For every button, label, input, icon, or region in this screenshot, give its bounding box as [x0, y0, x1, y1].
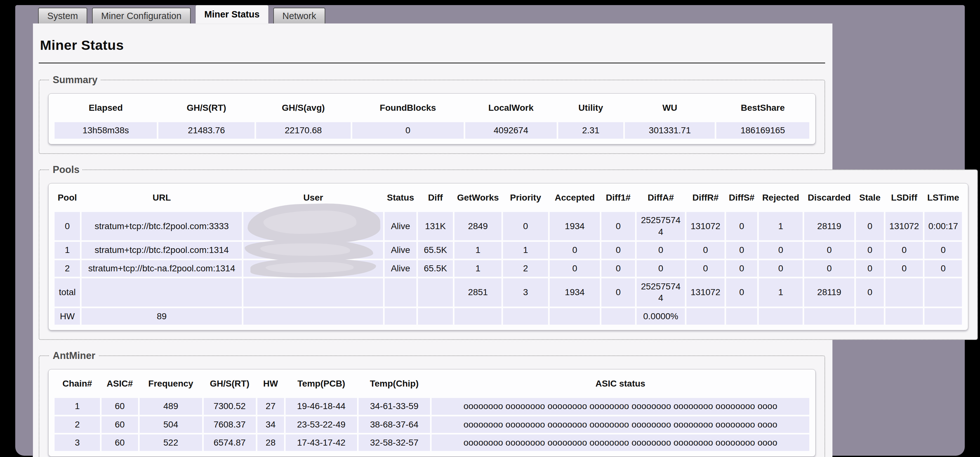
- pools-table-container: PoolURLUserStatusDiffGetWorksPriorityAcc…: [48, 183, 968, 330]
- tab-label: Miner Configuration: [101, 11, 181, 21]
- table-cell: 131072: [686, 278, 724, 307]
- table-cell: 0: [726, 260, 757, 277]
- table-cell: 0: [804, 260, 854, 277]
- column-header: URL: [81, 188, 242, 210]
- table-cell: [759, 308, 803, 325]
- table-cell: 65.5K: [418, 260, 453, 277]
- table-cell: 28119: [804, 278, 854, 307]
- table-cell: 34: [258, 416, 284, 433]
- column-header: GH/S(avg): [256, 98, 351, 121]
- table-cell: [243, 212, 383, 240]
- tab-system[interactable]: System: [38, 8, 87, 24]
- summary-table-container: ElapsedGH/S(RT)GH/S(avg)FoundBlocksLocal…: [48, 93, 816, 144]
- tab-bar: System Miner Configuration Miner Status …: [38, 5, 325, 24]
- table-cell: [885, 278, 923, 307]
- table-cell: [924, 308, 962, 325]
- table-cell: 0: [885, 260, 923, 277]
- table-cell: [726, 308, 757, 325]
- table-cell: 21483.76: [158, 122, 255, 139]
- table-row: 3605226574.872817-43-17-4232-58-32-57ooo…: [54, 435, 809, 451]
- column-header: ASIC#: [102, 374, 138, 396]
- table-cell: 131072: [885, 212, 923, 240]
- table-cell: [418, 278, 453, 307]
- summary-section: Summary ElapsedGH/S(RT)GH/S(avg)FoundBlo…: [39, 74, 825, 154]
- table-cell: 131072: [686, 212, 724, 240]
- table-cell: 60: [102, 398, 138, 414]
- tab-miner-configuration[interactable]: Miner Configuration: [92, 8, 191, 24]
- table-cell: 0: [54, 212, 80, 240]
- table-cell: 0: [550, 260, 600, 277]
- antminer-legend: AntMiner: [49, 350, 99, 361]
- column-header: Utility: [558, 98, 623, 121]
- table-cell: 0: [601, 278, 635, 307]
- table-cell: 0: [924, 242, 962, 258]
- table-row: HW890.0000%: [54, 308, 962, 325]
- summary-table: ElapsedGH/S(RT)GH/S(avg)FoundBlocksLocal…: [53, 96, 811, 140]
- column-header: GetWorks: [455, 188, 501, 210]
- table-cell: 38-68-37-64: [359, 416, 430, 433]
- tab-label: Miner Status: [204, 9, 259, 20]
- table-cell: 0: [726, 278, 757, 307]
- table-row: 1604897300.522719-46-18-4434-61-33-59ooo…: [54, 398, 809, 414]
- tab-network[interactable]: Network: [273, 8, 325, 24]
- table-cell: 0: [352, 122, 464, 139]
- table-cell: 504: [140, 416, 202, 433]
- table-cell: Alive: [385, 212, 416, 240]
- table-cell: stratum+tcp://btc.f2pool.com:1314: [81, 242, 242, 258]
- summary-table-body: 13h58m38s21483.7622170.68040926742.31301…: [54, 122, 809, 139]
- table-cell: 1: [455, 242, 501, 258]
- table-cell: [924, 278, 962, 307]
- table-cell: oooooooo oooooooo oooooooo oooooooo oooo…: [432, 398, 809, 414]
- table-cell: total: [54, 278, 80, 307]
- page-title: Miner Status: [40, 37, 832, 53]
- table-cell: 19-46-18-44: [286, 398, 357, 414]
- column-header: Temp(Chip): [359, 374, 430, 396]
- chains-table-body: 1604897300.522719-46-18-4434-61-33-59ooo…: [54, 398, 809, 451]
- table-cell: [81, 278, 242, 307]
- column-header: LSDiff: [885, 188, 923, 210]
- table-cell: [243, 308, 383, 325]
- table-cell: 60: [102, 435, 138, 451]
- table-cell: 0: [636, 242, 685, 258]
- column-header: Priority: [503, 188, 548, 210]
- tab-miner-status[interactable]: Miner Status: [196, 5, 269, 24]
- table-cell: [385, 308, 416, 325]
- table-cell: 1: [455, 260, 501, 277]
- table-cell: 0: [726, 242, 757, 258]
- table-cell: [856, 308, 884, 325]
- table-cell: 28119: [804, 212, 854, 240]
- tab-label: Network: [282, 11, 316, 21]
- table-cell: 0: [686, 242, 724, 258]
- table-cell: 7300.52: [204, 398, 256, 414]
- table-cell: [243, 260, 383, 277]
- page-body: Miner Status Summary ElapsedGH/S(RT)GH/S…: [33, 24, 832, 457]
- column-header: HW: [258, 374, 284, 396]
- table-row: 13h58m38s21483.7622170.68040926742.31301…: [54, 122, 809, 139]
- table-cell: [418, 308, 453, 325]
- column-header: Discarded: [804, 188, 854, 210]
- table-cell: 65.5K: [418, 242, 453, 258]
- table-cell: 0: [924, 260, 962, 277]
- column-header: ASIC status: [432, 374, 809, 396]
- column-header: Pool: [54, 188, 80, 210]
- table-cell: 252575744: [636, 278, 685, 307]
- table-cell: 89: [81, 308, 242, 325]
- tab-label: System: [47, 11, 78, 21]
- pools-table-body: 0stratum+tcp://btc.f2pool.com:3333Alive1…: [54, 212, 962, 325]
- column-header: Elapsed: [54, 98, 157, 121]
- table-row: 0stratum+tcp://btc.f2pool.com:3333Alive1…: [54, 212, 962, 240]
- column-header: Frequency: [140, 374, 202, 396]
- table-cell: 0: [726, 212, 757, 240]
- table-cell: 1: [503, 242, 548, 258]
- table-cell: 0: [550, 242, 600, 258]
- table-cell: 6574.87: [204, 435, 256, 451]
- pools-section: Pools PoolURLUserStatusDiffGetWorksPrior…: [39, 164, 978, 340]
- table-cell: 1: [759, 212, 803, 240]
- table-cell: 2: [54, 260, 80, 277]
- table-cell: 0: [759, 260, 803, 277]
- table-cell: stratum+tcp://btc.f2pool.com:3333: [81, 212, 242, 240]
- table-cell: 0: [601, 242, 635, 258]
- table-cell: 252575744: [636, 212, 685, 240]
- table-cell: 0: [856, 242, 884, 258]
- column-header: BestShare: [716, 98, 809, 121]
